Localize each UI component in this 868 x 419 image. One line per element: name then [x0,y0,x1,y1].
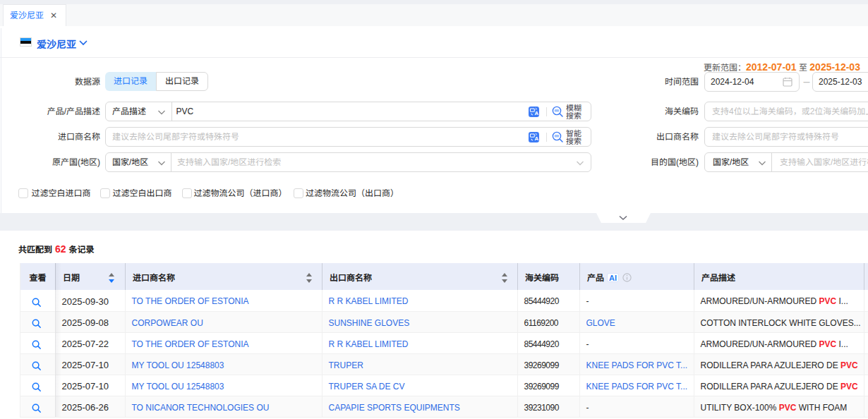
svg-text:A: A [534,135,538,142]
svg-text:A: A [534,110,538,116]
